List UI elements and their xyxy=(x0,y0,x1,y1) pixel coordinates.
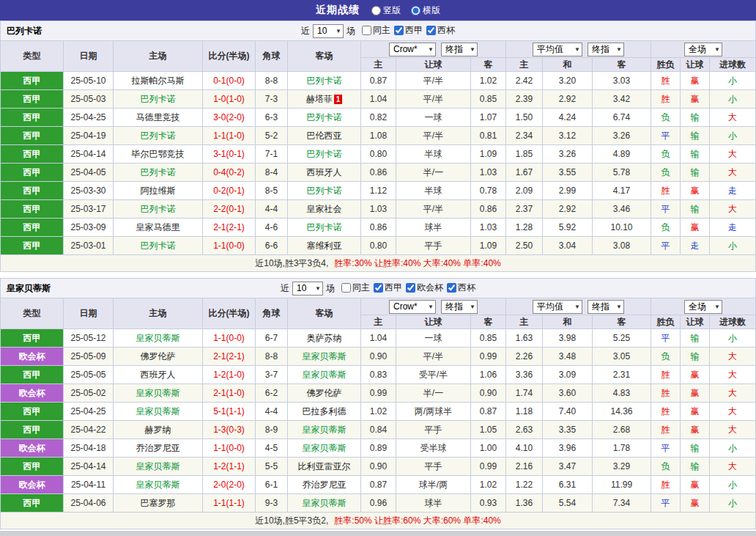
away-team[interactable]: 皇家贝蒂斯 xyxy=(288,439,361,458)
avg-away: 3.46 xyxy=(593,200,651,219)
result-outcome: 负 xyxy=(651,219,681,237)
checkbox[interactable] xyxy=(447,283,456,293)
match-count-select[interactable]: 10▼ xyxy=(292,282,323,295)
rate-stats: 胜率:30% 让胜率:40% 大率:40% 单率:40% xyxy=(334,258,500,268)
away-team[interactable]: 巴拉多利德 xyxy=(288,403,361,421)
away-team[interactable]: 皇家社会 xyxy=(288,200,361,219)
match-row: 西甲25-04-05巴列卡诺0-4(0-2)8-4西班牙人0.86半/一1.03… xyxy=(1,164,756,182)
filter-checkbox-西甲[interactable]: 西甲 xyxy=(394,24,423,37)
away-team[interactable]: 比利亚雷亚尔 xyxy=(288,458,361,476)
vertical-radio[interactable] xyxy=(371,6,381,15)
avg-draw: 3.12 xyxy=(543,127,593,145)
home-team[interactable]: 乔治罗尼亚 xyxy=(114,439,203,458)
home-team[interactable]: 皇家贝蒂斯 xyxy=(114,384,203,403)
away-team[interactable]: 皇家贝蒂斯 xyxy=(288,494,361,513)
odds-away: 1.07 xyxy=(471,109,506,127)
checkbox[interactable] xyxy=(341,283,351,293)
away-team[interactable]: 巴列卡诺 xyxy=(288,182,361,200)
horizontal-radio[interactable] xyxy=(411,6,420,15)
filter-checkbox-西杯[interactable]: 西杯 xyxy=(447,282,475,294)
home-team[interactable]: 巴列卡诺 xyxy=(114,127,203,145)
filter-checkbox-同主[interactable]: 同主 xyxy=(341,282,370,294)
average-select[interactable]: 平均值▼ xyxy=(533,300,582,314)
home-team[interactable]: 巴列卡诺 xyxy=(114,237,203,255)
odds-handicap: 两/两球半 xyxy=(396,403,471,421)
match-count-select[interactable]: 10▼ xyxy=(313,24,344,38)
home-team[interactable]: 佛罗伦萨 xyxy=(114,348,203,366)
home-team[interactable]: 毕尔巴鄂竞技 xyxy=(114,145,203,164)
home-team[interactable]: 马德里竞技 xyxy=(114,109,203,127)
checkbox[interactable] xyxy=(426,26,436,35)
home-team[interactable]: 赫罗纳 xyxy=(114,421,203,439)
away-team[interactable]: 塞维利亚 xyxy=(288,237,361,255)
odds-stage-select[interactable]: 终指▼ xyxy=(441,43,478,56)
result-handicap: 赢 xyxy=(681,403,710,421)
score: 0-1(0-0) xyxy=(203,72,256,90)
home-team[interactable]: 巴列卡诺 xyxy=(114,200,203,219)
away-team[interactable]: 皇家贝蒂斯 xyxy=(288,348,361,366)
away-team[interactable]: 巴列卡诺 xyxy=(288,219,361,237)
result-outcome: 胜 xyxy=(651,182,681,200)
filter-checkbox-同主[interactable]: 同主 xyxy=(362,24,390,37)
topbar: 近期战绩 竖版 横版 xyxy=(0,0,756,21)
home-team[interactable]: 巴塞罗那 xyxy=(114,494,203,513)
radio-vertical-layout[interactable]: 竖版 xyxy=(371,4,401,17)
home-team[interactable]: 皇家贝蒂斯 xyxy=(114,329,203,348)
home-team[interactable]: 皇家贝蒂斯 xyxy=(114,403,203,421)
bookmaker-select[interactable]: Crow*▼ xyxy=(389,43,436,56)
home-team[interactable]: 皇家贝蒂斯 xyxy=(114,476,203,494)
odds-handicap: 半球 xyxy=(396,145,471,164)
filter-checkbox-西杯[interactable]: 西杯 xyxy=(426,24,455,37)
away-team[interactable]: 西班牙人 xyxy=(288,164,361,182)
home-team[interactable]: 皇家马德里 xyxy=(114,219,203,237)
checkbox[interactable] xyxy=(362,26,371,35)
home-team[interactable]: 巴列卡诺 xyxy=(114,164,203,182)
bookmaker-select[interactable]: Crow*▼ xyxy=(389,300,436,314)
filter-checkbox-欧会杯[interactable]: 欧会杯 xyxy=(406,282,443,294)
radio-horizontal-layout[interactable]: 横版 xyxy=(411,4,440,17)
away-team[interactable]: 赫塔菲1 xyxy=(288,90,361,109)
home-team[interactable]: 巴列卡诺 xyxy=(114,90,203,109)
corner-count: 6-3 xyxy=(256,109,288,127)
checkbox[interactable] xyxy=(394,26,404,35)
away-team[interactable]: 巴列卡诺 xyxy=(288,145,361,164)
home-team[interactable]: 西班牙人 xyxy=(114,366,203,384)
sub-header-home-odds: 主 xyxy=(361,315,396,329)
corner-count: 7-1 xyxy=(256,145,288,164)
checkbox[interactable] xyxy=(374,283,383,293)
away-team[interactable]: 皇家贝蒂斯 xyxy=(288,421,361,439)
odds-handicap: 平/半 xyxy=(396,90,471,109)
match-row: 西甲25-03-30阿拉维斯0-2(0-1)8-5巴列卡诺1.12半球0.782… xyxy=(1,182,756,200)
odds-away: 0.87 xyxy=(471,403,506,421)
avg-home: 2.42 xyxy=(506,72,543,90)
home-team[interactable]: 阿拉维斯 xyxy=(114,182,203,200)
away-team[interactable]: 巴伦西亚 xyxy=(288,127,361,145)
filter-checkbox-西甲[interactable]: 西甲 xyxy=(374,282,402,294)
away-team[interactable]: 奥萨苏纳 xyxy=(288,329,361,348)
away-team[interactable]: 佛罗伦萨 xyxy=(288,384,361,403)
col-header-score: 比分(半场) xyxy=(203,41,256,72)
result-handicap: 输 xyxy=(681,458,710,476)
chevron-down-icon: ▼ xyxy=(616,304,622,310)
corner-count: 6-7 xyxy=(256,329,288,348)
col-header-away: 客场 xyxy=(288,41,361,72)
checkbox[interactable] xyxy=(406,283,415,293)
away-team[interactable]: 乔治罗尼亚 xyxy=(288,476,361,494)
away-team[interactable]: 巴列卡诺 xyxy=(288,109,361,127)
odds-away: 1.02 xyxy=(471,72,506,90)
odds-stage-select-2[interactable]: 终指▼ xyxy=(588,300,624,314)
home-team[interactable]: 皇家贝蒂斯 xyxy=(114,458,203,476)
away-team[interactable]: 巴列卡诺 xyxy=(288,72,361,90)
avg-away: 4.83 xyxy=(593,384,651,403)
fulltime-select[interactable]: 全场▼ xyxy=(684,43,722,56)
odds-stage-select[interactable]: 终指▼ xyxy=(441,300,478,314)
away-team[interactable]: 皇家贝蒂斯 xyxy=(288,366,361,384)
home-team[interactable]: 拉斯帕尔马斯 xyxy=(114,72,203,90)
checkbox-label: 西杯 xyxy=(458,282,475,294)
fulltime-select[interactable]: 全场▼ xyxy=(684,300,722,314)
score: 0-2(0-1) xyxy=(203,182,256,200)
match-date: 25-03-17 xyxy=(64,200,114,219)
avg-draw: 3.96 xyxy=(543,439,593,458)
average-select[interactable]: 平均值▼ xyxy=(533,43,582,56)
odds-stage-select-2[interactable]: 终指▼ xyxy=(588,43,624,56)
